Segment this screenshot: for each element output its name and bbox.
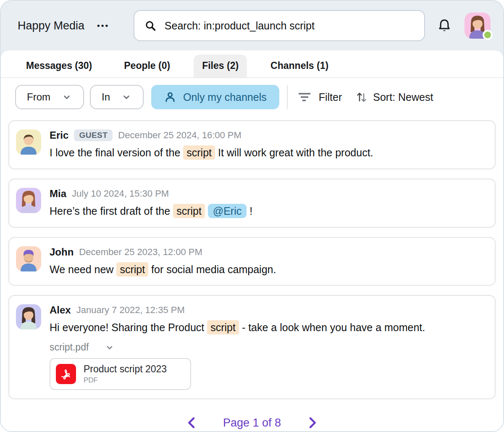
tab-files[interactable]: Files (2) [194, 55, 247, 77]
only-my-channels-toggle[interactable]: Only my channels [151, 85, 279, 109]
message-meta: Alex January 7 2022, 12:35 PM [50, 304, 488, 316]
message-text: Here’s the first draft of the script @Er… [50, 204, 488, 219]
search-input[interactable] [165, 20, 414, 32]
next-page-button[interactable] [305, 416, 319, 429]
sender-avatar [16, 304, 41, 329]
message-meta: Eric GUEST December 25 2024, 16:00 PM [50, 129, 488, 141]
message-text-segment: I love the final version of the [50, 147, 183, 158]
sort-icon [356, 91, 367, 103]
pdf-icon [56, 364, 76, 384]
message-result-card[interactable]: Eric GUEST December 25 2024, 16:00 PM I … [8, 120, 496, 169]
chevron-left-icon [185, 416, 199, 429]
search-results-panel: Messages (30)People (0)Files (2)Channels… [1, 50, 503, 432]
message-text-segment: ! [247, 205, 252, 217]
workspace-name: Happy Media [18, 19, 84, 32]
message-timestamp: January 7 2022, 12:35 PM [76, 305, 185, 316]
from-filter-dropdown[interactable]: From [15, 85, 84, 109]
message-meta: John December 25 2023, 12:00 PM [50, 246, 488, 258]
in-filter-label: In [102, 91, 110, 103]
file-type-label: PDF [84, 376, 167, 385]
pagination: Page 1 of 8 [1, 408, 503, 432]
message-content: Alex January 7 2022, 12:35 PM Hi everyon… [50, 304, 488, 390]
message-text: We need new script for social media camp… [50, 263, 488, 277]
search-icon [144, 19, 156, 32]
sort-label: Sort: Newest [373, 91, 433, 103]
file-attachment-card[interactable]: Product script 2023 PDF [50, 358, 191, 390]
message-result-card[interactable]: John December 25 2023, 12:00 PM We need … [8, 237, 496, 286]
message-meta: Mia July 10 2024, 15:30 PM [50, 188, 488, 200]
search-term-highlight: script [173, 204, 205, 218]
sender-name: John [50, 246, 74, 258]
app-window: Happy Media ••• Messages (30)People (0)F… [0, 0, 504, 432]
message-timestamp: July 10 2024, 15:30 PM [72, 188, 169, 199]
message-timestamp: December 25 2024, 16:00 PM [118, 130, 242, 141]
message-text-segment: for social media campaign. [148, 263, 276, 275]
sender-name: Alex [50, 304, 71, 316]
message-result-card[interactable]: Alex January 7 2022, 12:35 PM Hi everyon… [8, 295, 496, 399]
chevron-right-icon [305, 416, 319, 429]
message-text: Hi everyone! Sharing the Product script … [50, 321, 488, 335]
message-result-card[interactable]: Mia July 10 2024, 15:30 PM Here’s the fi… [8, 179, 496, 228]
message-text-segment: We need new [50, 263, 116, 275]
search-bar[interactable] [134, 10, 425, 41]
bell-icon [437, 18, 452, 33]
message-content: John December 25 2023, 12:00 PM We need … [50, 246, 488, 277]
message-text-segment: It will work great with the product. [215, 147, 373, 158]
guest-badge: GUEST [74, 129, 113, 141]
filter-button[interactable]: Filter [298, 91, 342, 103]
sender-avatar [16, 246, 41, 271]
sender-avatar [16, 188, 41, 213]
search-term-highlight: script [183, 145, 215, 160]
filter-label: Filter [319, 91, 342, 103]
filter-icon [298, 92, 311, 103]
file-title: Product script 2023 [84, 364, 167, 375]
person-icon [164, 91, 176, 103]
workspace-menu-button[interactable]: ••• [97, 21, 109, 30]
tab-people[interactable]: People (0) [116, 55, 178, 77]
chevron-down-icon [105, 342, 115, 353]
message-text-segment: - take a look when you have a moment. [239, 321, 425, 333]
message-text-segment: Here’s the first draft of the [50, 205, 173, 217]
notifications-button[interactable] [437, 18, 452, 33]
previous-page-button[interactable] [185, 416, 199, 429]
online-status-dot [483, 30, 493, 40]
message-content: Mia July 10 2024, 15:30 PM Here’s the fi… [50, 188, 488, 219]
sender-avatar [16, 129, 41, 155]
result-tabs: Messages (30)People (0)Files (2)Channels… [1, 50, 503, 78]
tab-messages[interactable]: Messages (30) [18, 55, 100, 77]
results-list: Eric GUEST December 25 2024, 16:00 PM I … [1, 116, 503, 408]
top-bar: Happy Media ••• [1, 1, 503, 50]
chevron-down-icon [61, 92, 72, 103]
chevron-down-icon [121, 92, 132, 103]
sender-name: Mia [50, 188, 66, 200]
message-content: Eric GUEST December 25 2024, 16:00 PM I … [50, 129, 488, 160]
only-my-channels-label: Only my channels [183, 91, 267, 103]
user-avatar-button[interactable] [465, 13, 491, 39]
from-filter-label: From [27, 91, 50, 103]
message-text-segment [205, 205, 208, 217]
user-mention[interactable]: @Eric [208, 204, 247, 218]
search-term-highlight: script [207, 320, 239, 335]
message-timestamp: December 25 2023, 12:00 PM [79, 247, 202, 258]
message-text: I love the final version of the script I… [50, 146, 488, 160]
attachment-toggle[interactable]: script.pdf [50, 342, 488, 353]
in-filter-dropdown[interactable]: In [90, 85, 144, 109]
sort-button[interactable]: Sort: Newest [356, 91, 433, 103]
filter-toolbar: From In Only my channels [1, 78, 503, 116]
attachment-filename: script.pdf [50, 342, 89, 353]
tab-channels[interactable]: Channels (1) [262, 55, 337, 77]
sender-name: Eric [50, 129, 68, 141]
search-term-highlight: script [116, 262, 148, 277]
page-indicator: Page 1 of 8 [223, 416, 281, 429]
toolbar-divider [287, 85, 288, 109]
message-text-segment: Hi everyone! Sharing the Product [50, 321, 207, 333]
